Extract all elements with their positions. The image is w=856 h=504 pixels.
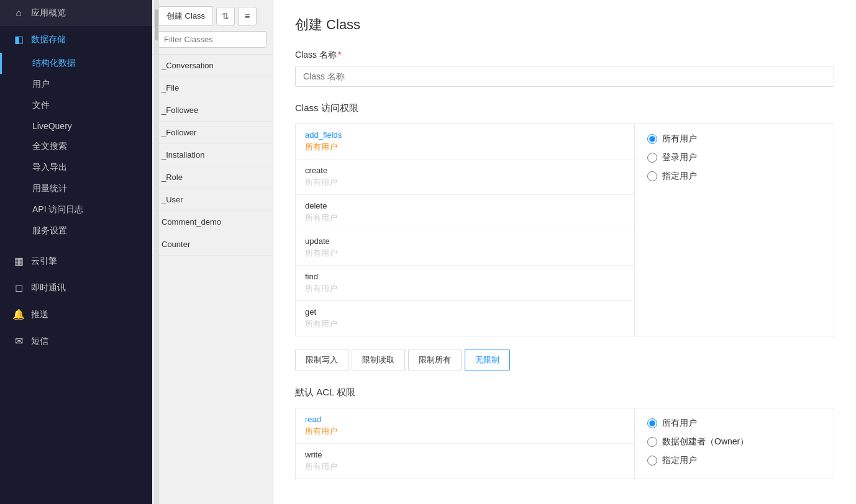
access-section-title: Class 访问权限 [295,102,834,114]
sidebar-item-import-export[interactable]: 导入导出 [0,157,152,178]
list-item[interactable]: _Followee [152,99,273,122]
sidebar-item-cloud-engine[interactable]: ▦ 云引擎 [0,248,152,274]
limit-read-button[interactable]: 限制读取 [352,349,405,371]
bell-icon: 🔔 [12,308,25,320]
acl-radio-specified-users[interactable]: 指定用户 [647,455,821,466]
sidebar-item-service-settings[interactable]: 服务设置 [0,220,152,241]
no-limit-button[interactable]: 无限制 [465,349,510,371]
list-item[interactable]: _Follower [152,122,273,144]
perm-name: get [305,307,625,317]
class-name-label: Class 名称* [295,50,834,61]
sidebar: ⌂ 应用概览 ◧ 数据存储 结构化数据 用户 文件 LiveQuery 全文搜索… [0,0,152,504]
acl-radio-group: 所有用户 数据创建者（Owner） 指定用户 [635,408,834,479]
list-item[interactable]: Comment_demo [152,211,273,233]
sidebar-item-app-overview[interactable]: ⌂ 应用概览 [0,0,152,26]
list-item[interactable]: _File [152,77,273,99]
perm-value: 所有用户 [305,318,625,330]
cloud-icon: ▦ [12,255,25,267]
acl-radio-data-owner[interactable]: 数据创建者（Owner） [647,436,821,448]
acl-radio-all-users-input[interactable] [647,418,657,428]
perm-row-create: create 所有用户 [296,160,634,195]
classes-panel-header: 创建 Class ⇅ ≡ [152,0,273,55]
acl-radio-all-users[interactable]: 所有用户 [647,418,821,429]
acl-table: read 所有用户 write 所有用户 所有用户 数据创建者（Owner） [295,408,834,479]
list-item[interactable]: _Conversation [152,55,273,77]
perm-name: find [305,272,625,281]
perm-name: create [305,166,625,175]
sidebar-item-usage-stats[interactable]: 用量统计 [0,178,152,199]
class-list: _Conversation _File _Followee _Follower … [152,55,273,504]
filter-icon[interactable]: ≡ [238,7,257,25]
acl-section-title: 默认 ACL 权限 [295,387,834,398]
sidebar-item-data-storage[interactable]: ◧ 数据存储 [0,26,152,53]
list-item[interactable]: _User [152,189,273,211]
create-class-button[interactable]: 创建 Class [158,6,213,26]
sidebar-item-instant-messaging[interactable]: ◻ 即时通讯 [0,274,152,301]
perm-name: read [305,415,625,424]
classes-panel: 创建 Class ⇅ ≡ _Conversation _File _Follow… [152,0,273,504]
sidebar-item-files[interactable]: 文件 [0,95,152,116]
filter-classes-input[interactable] [158,31,266,48]
permission-radio-group: 所有用户 登录用户 指定用户 [635,124,834,336]
class-name-section: Class 名称* [295,50,834,87]
perm-value: 所有用户 [305,212,625,223]
sidebar-item-push[interactable]: 🔔 推送 [0,301,152,328]
limit-write-button[interactable]: 限制写入 [295,349,348,371]
perm-value: 所有用户 [305,283,625,294]
perm-row-update: update 所有用户 [296,230,634,266]
sort-icon[interactable]: ⇅ [216,7,235,25]
perm-value: 所有用户 [305,142,625,153]
sidebar-item-full-text-search[interactable]: 全文搜索 [0,136,152,157]
sms-icon: ✉ [12,335,25,347]
home-icon: ⌂ [12,7,25,19]
perm-name: update [305,236,625,246]
acl-permission-rows: read 所有用户 write 所有用户 [296,408,635,479]
perm-row-add-fields: add_fields 所有用户 [296,124,634,160]
required-mark: * [338,50,341,60]
perm-row-get: get 所有用户 [296,301,634,336]
radio-specified-users[interactable]: 指定用户 [647,171,821,182]
classes-toolbar: 创建 Class ⇅ ≡ [158,6,266,26]
list-item[interactable]: _Installation [152,144,273,166]
list-item[interactable]: _Role [152,166,273,189]
perm-value: 所有用户 [305,248,625,259]
radio-all-users-input[interactable] [647,134,657,144]
page-title: 创建 Class [295,16,834,34]
perm-name: delete [305,201,625,210]
sidebar-item-api-logs[interactable]: API 访问日志 [0,199,152,220]
perm-name: add_fields [305,130,625,140]
perm-row-delete: delete 所有用户 [296,195,634,230]
radio-logged-in-users[interactable]: 登录用户 [647,152,821,163]
database-icon: ◧ [12,34,25,45]
perm-row-find: find 所有用户 [296,266,634,301]
radio-specified-users-input[interactable] [647,171,657,181]
sidebar-item-structured-data[interactable]: 结构化数据 [0,53,152,74]
acl-perm-row-write: write 所有用户 [296,444,634,479]
permission-rows: add_fields 所有用户 create 所有用户 delete 所有用户 … [296,124,635,336]
list-item[interactable]: Counter [152,233,273,256]
radio-all-users[interactable]: 所有用户 [647,133,821,145]
chat-icon: ◻ [12,282,25,294]
permission-table: add_fields 所有用户 create 所有用户 delete 所有用户 … [295,124,834,336]
sidebar-item-live-query[interactable]: LiveQuery [0,116,152,136]
limit-all-button[interactable]: 限制所有 [408,349,462,371]
acl-permissions-section: 默认 ACL 权限 read 所有用户 write 所有用户 所有用户 [295,387,834,479]
acl-radio-specified-users-input[interactable] [647,456,657,466]
sidebar-item-users[interactable]: 用户 [0,74,152,95]
perm-name: write [305,450,625,459]
perm-value: 所有用户 [305,426,625,437]
radio-logged-in-users-input[interactable] [647,153,657,163]
access-permissions-section: Class 访问权限 add_fields 所有用户 create 所有用户 d… [295,102,834,371]
acl-radio-data-owner-input[interactable] [647,437,657,447]
perm-value: 所有用户 [305,177,625,188]
acl-perm-row-read: read 所有用户 [296,408,634,444]
perm-value: 所有用户 [305,461,625,472]
main-content: 创建 Class Class 名称* Class 访问权限 add_fields… [273,0,856,504]
sidebar-item-sms[interactable]: ✉ 短信 [0,328,152,354]
preset-buttons: 限制写入 限制读取 限制所有 无限制 [295,349,834,371]
class-name-input[interactable] [295,66,834,87]
